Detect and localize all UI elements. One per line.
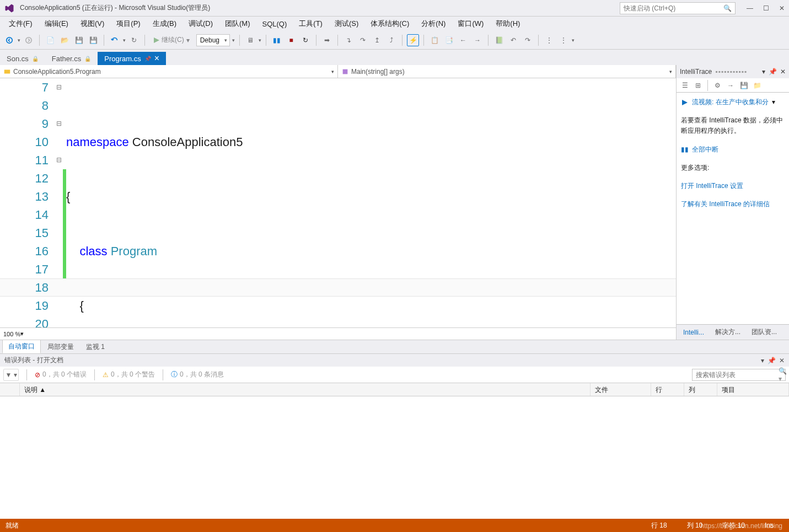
save-icon[interactable]: 💾: [738, 79, 750, 92]
tab-son[interactable]: Son.cs🔒: [0, 52, 45, 65]
menu-help[interactable]: 帮助(H): [490, 17, 525, 30]
save-icon[interactable]: 💾: [73, 34, 85, 46]
menu-window[interactable]: 窗口(W): [452, 17, 489, 30]
tool-icon-a[interactable]: 📋: [428, 34, 441, 46]
menu-sql[interactable]: SQL(Q): [257, 18, 293, 30]
new-project-icon[interactable]: 📄: [44, 34, 56, 46]
list-icon[interactable]: ☰: [679, 79, 691, 92]
config-combo[interactable]: Debug: [196, 34, 230, 46]
btab-watch[interactable]: 监视 1: [80, 341, 110, 353]
zoom-control[interactable]: 100 % ▾: [0, 327, 676, 340]
rtab-team[interactable]: 团队资...: [747, 325, 781, 339]
warnings-filter[interactable]: ⚠ 0，共 0 个警告: [103, 370, 155, 379]
fold-icon[interactable]: ⊟: [55, 115, 63, 133]
step-into-icon[interactable]: ↴: [342, 34, 355, 46]
nav-method-combo[interactable]: Main(string[] args): [338, 65, 676, 78]
col-line[interactable]: 行: [651, 383, 684, 396]
tab-father[interactable]: Father.cs🔒: [45, 52, 98, 65]
tool-icon-i[interactable]: ⋮: [557, 34, 570, 46]
break-all-link[interactable]: ▮▮全部中断: [681, 144, 785, 155]
close-icon[interactable]: ✕: [779, 357, 785, 364]
menu-build[interactable]: 生成(B): [147, 17, 182, 30]
open-file-icon[interactable]: 📂: [58, 34, 71, 46]
tool-icon-f[interactable]: ↶: [507, 34, 519, 46]
close-button[interactable]: ✕: [779, 4, 785, 12]
folder-icon[interactable]: 📁: [751, 79, 763, 92]
show-next-icon[interactable]: ➡: [321, 34, 333, 46]
forward-icon[interactable]: [23, 34, 35, 46]
video-link[interactable]: 流视频: 在生产中收集和分: [692, 97, 769, 108]
status-col: 列 10: [687, 521, 703, 530]
errorlist-toolbar: ▼ ▾ ⊘ 0，共 0 个错误 ⚠ 0，共 0 个警告 ⓘ 0，共 0 条消息 …: [0, 367, 789, 383]
undo-icon[interactable]: [109, 34, 121, 46]
quick-launch-input[interactable]: [624, 4, 723, 12]
close-icon[interactable]: ✕: [780, 68, 786, 76]
btab-autos[interactable]: 自动窗口: [2, 340, 41, 353]
gear-icon[interactable]: ⚙: [711, 79, 723, 92]
menu-test[interactable]: 测试(S): [329, 17, 364, 30]
fold-icon[interactable]: ⊟: [55, 78, 63, 96]
pin-icon: 🔒: [32, 56, 39, 62]
menu-tools[interactable]: 工具(T): [293, 17, 328, 30]
tool-icon-c[interactable]: ←: [457, 34, 469, 46]
pause-icon[interactable]: ▮▮: [271, 34, 283, 46]
tool-icon-1[interactable]: 🖥: [244, 34, 256, 46]
play-icon[interactable]: [681, 99, 689, 106]
col-col[interactable]: 列: [684, 383, 717, 396]
stop-icon[interactable]: ■: [285, 34, 297, 46]
menu-file[interactable]: 文件(F): [3, 17, 38, 30]
rtab-intellitrace[interactable]: Intelli...: [679, 326, 709, 338]
step-icon[interactable]: ⤴: [385, 34, 398, 46]
dropdown-icon[interactable]: ▾: [762, 68, 765, 76]
pin-icon[interactable]: 📌: [769, 68, 777, 76]
close-icon[interactable]: ×: [154, 53, 159, 63]
redo-icon[interactable]: ↻: [128, 34, 140, 46]
menu-analyze[interactable]: 分析(N): [416, 17, 451, 30]
tool-icon-b[interactable]: 📑: [443, 34, 455, 46]
learn-more-link[interactable]: 了解有关 IntelliTrace 的详细信: [681, 199, 785, 209]
menu-team[interactable]: 团队(M): [219, 17, 256, 30]
code-area[interactable]: namespace ConsoleApplication5 { class Pr…: [66, 78, 676, 327]
rtab-solution[interactable]: 解决方...: [711, 325, 745, 339]
pin-icon[interactable]: 📌: [767, 357, 776, 364]
maximize-button[interactable]: ☐: [763, 4, 769, 12]
open-settings-link[interactable]: 打开 IntelliTrace 设置: [681, 181, 785, 191]
errorlist-search[interactable]: 🔍 ▾: [692, 369, 786, 381]
messages-filter[interactable]: ⓘ 0，共 0 条消息: [171, 370, 224, 379]
back-icon[interactable]: [3, 34, 15, 46]
search-icon: 🔍 ▾: [779, 367, 787, 383]
tree-icon[interactable]: ⊞: [692, 79, 704, 92]
col-file[interactable]: 文件: [591, 383, 651, 396]
continue-button[interactable]: 继续(C) ▾: [149, 34, 194, 46]
menu-view[interactable]: 视图(V): [75, 17, 110, 30]
save-all-icon[interactable]: 💾: [87, 34, 99, 46]
menu-architecture[interactable]: 体系结构(C): [365, 17, 415, 30]
quick-launch[interactable]: 🔍: [620, 2, 736, 14]
intellitrace-icon[interactable]: ⚡: [407, 34, 419, 46]
tool-icon-e[interactable]: 📗: [493, 34, 505, 46]
col-icon[interactable]: [0, 383, 20, 396]
filter-icon[interactable]: ▼ ▾: [3, 369, 19, 381]
menu-project[interactable]: 项目(P): [111, 17, 146, 30]
arrow-icon[interactable]: →: [724, 79, 737, 92]
intellitrace-panel: IntelliTrace ▪▪▪▪▪▪▪▪▪▪▪ ▾ 📌 ✕ ☰ ⊞ ⚙ → 💾…: [676, 65, 789, 340]
tool-icon-d[interactable]: →: [471, 34, 484, 46]
col-desc[interactable]: 说明 ▲: [20, 383, 591, 396]
restart-icon[interactable]: ↻: [299, 34, 312, 46]
errors-filter[interactable]: ⊘ 0，共 0 个错误: [35, 370, 87, 379]
nav-class-combo[interactable]: ConsoleApplication5.Program: [0, 65, 338, 78]
tool-icon-g[interactable]: ↷: [522, 34, 534, 46]
menu-edit[interactable]: 编辑(E): [39, 17, 74, 30]
menu-debug[interactable]: 调试(D): [183, 17, 218, 30]
col-project[interactable]: 项目: [717, 383, 789, 396]
code-editor[interactable]: 7891011121314151617181920 ⊟⊟⊟ namespace …: [0, 78, 676, 327]
svg-rect-3: [343, 69, 348, 74]
tool-icon-h[interactable]: ⋮: [543, 34, 555, 46]
minimize-button[interactable]: —: [747, 4, 753, 12]
tab-program[interactable]: Program.cs📌×: [98, 52, 166, 65]
step-out-icon[interactable]: ↥: [371, 34, 383, 46]
dropdown-icon[interactable]: ▾: [761, 357, 764, 364]
btab-locals[interactable]: 局部变量: [42, 341, 79, 353]
fold-icon[interactable]: ⊟: [55, 151, 63, 169]
step-over-icon[interactable]: ↷: [357, 34, 369, 46]
